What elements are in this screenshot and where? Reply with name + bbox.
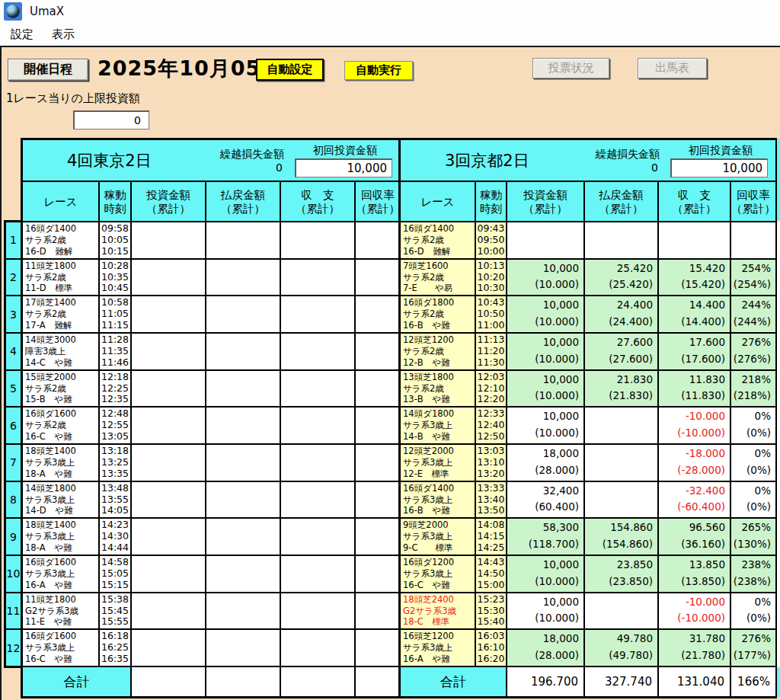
edge-sliver-total <box>777 668 780 697</box>
col-header-investment: 投資金額（累計） <box>132 182 205 221</box>
rate-cell <box>356 222 400 258</box>
total-label-cell: 合計 <box>401 667 506 696</box>
rate-cell <box>356 519 400 555</box>
investment-cell-line: (10.000) <box>507 425 579 442</box>
race-date: 2025年10月05日 <box>98 55 282 82</box>
investment-cell-line: 10,000 <box>507 408 579 425</box>
investment-cell: 10,000(10.000) <box>507 260 583 296</box>
initial-label: 初回投資金額 <box>670 144 771 158</box>
investment-cell-line: (10.000) <box>507 574 579 590</box>
time-cell: 12:03 12:10 12:20 <box>476 371 506 407</box>
initial-block: 初回投資金額 <box>670 144 771 177</box>
initial-block: 初回投資金額 <box>295 144 395 177</box>
balance-cell: 11.830(11.830) <box>659 371 730 407</box>
payout-cell-line: (21.830) <box>585 388 653 404</box>
col-label: 収 支 <box>301 188 334 202</box>
total-label-cell: 合計 <box>23 667 130 696</box>
rate-cell-line: (254%) <box>731 276 771 293</box>
rate-cell: 276%(276%) <box>731 334 775 369</box>
payout-cell: 21.830(21.830) <box>585 371 657 407</box>
rate-cell: 0%(0%) <box>731 593 775 629</box>
rate-cell-line: (177%) <box>731 647 771 664</box>
col-label: 稼動 <box>104 188 126 202</box>
total-balance <box>281 667 354 696</box>
rate-cell <box>356 556 400 592</box>
investment-cell-line: (118.700) <box>507 536 579 553</box>
umax-window: UmaX 設定 表示 開催日程 2025年10月05日 自動設定 自動実行 投票… <box>0 0 780 700</box>
menu-settings[interactable]: 設定 <box>3 25 41 44</box>
payout-cell-line: 154.860 <box>585 519 653 536</box>
rate-cell: 0%(0%) <box>731 482 775 518</box>
col-label: 時刻 <box>104 202 126 216</box>
balance-cell <box>281 482 354 518</box>
total-investment <box>132 667 205 696</box>
initial-input[interactable] <box>295 158 392 177</box>
payout-cell-line: 27.600 <box>585 334 653 351</box>
col-label: 時刻 <box>480 202 502 216</box>
payout-cell-line: (24.400) <box>585 314 653 331</box>
investment-cell-line: 10,000 <box>507 557 579 574</box>
payout-cell-line: 21.830 <box>585 372 653 388</box>
balance-cell: -10.000(-10.000) <box>659 408 730 443</box>
investment-cell <box>132 630 205 666</box>
balance-cell-line: -18.000 <box>659 446 725 462</box>
race-cell: 7頭芝1600 サラ系2歳 7-E や易 <box>401 260 475 296</box>
race-cell: 11頭芝1800 サラ系2歳 11-D 標準 <box>23 260 98 296</box>
total-payout: 327.740 <box>585 667 657 696</box>
auto-set-button[interactable]: 自動設定 <box>256 59 324 81</box>
payout-cell-line: (23.850) <box>585 574 653 590</box>
payout-cell-line: 23.850 <box>585 557 653 574</box>
time-cell: 14:58 15:05 15:15 <box>100 556 130 592</box>
row-number: 10 <box>6 556 21 592</box>
payout-cell <box>206 334 280 369</box>
col-header-payout: 払戻金額（累計） <box>585 182 657 221</box>
vote-status-button[interactable]: 投票状況 <box>532 58 609 78</box>
col-label: レース <box>420 195 454 209</box>
race-cell: 18頭芝2400 G2サラ系3歳 18-C 標準 <box>401 593 475 629</box>
investment-cell-line: (10.000) <box>507 314 579 331</box>
investment-cell <box>132 519 205 555</box>
col-label: 回収率 <box>361 188 395 202</box>
col-label: 払戻金額 <box>599 188 644 202</box>
investment-cell: 10,000(10.000) <box>507 334 583 369</box>
time-cell: 10:28 10:35 10:45 <box>100 260 130 296</box>
balance-cell <box>281 445 354 481</box>
balance-cell-line: (14.400) <box>659 314 725 331</box>
balance-cell <box>281 593 354 629</box>
initial-input[interactable] <box>670 158 768 177</box>
col-header-rate: 回収率（累計） <box>731 182 775 221</box>
rate-cell <box>356 482 400 518</box>
edge-sliver-header <box>777 139 780 220</box>
limit-input[interactable] <box>73 110 149 129</box>
col-header-payout: 払戻金額（累計） <box>206 182 280 221</box>
entry-table-button[interactable]: 出馬表 <box>638 58 707 78</box>
payout-cell <box>206 296 280 332</box>
row-number: 8 <box>6 482 21 518</box>
col-label: （累計） <box>599 202 644 216</box>
payout-cell <box>585 593 657 629</box>
investment-cell: 10,000(10.000) <box>507 296 583 332</box>
balance-cell-line: (11.830) <box>659 388 725 404</box>
kyoto-header-band: 3回京都2日 繰越損失金額 0 初回投資金額 <box>401 140 775 181</box>
race-cell: 14頭芝1800 サラ系3歳上 14-D や難 <box>23 482 98 518</box>
rate-cell: 265%(130%) <box>731 519 775 555</box>
investment-cell <box>132 593 205 629</box>
col-label: 回収率 <box>737 188 770 202</box>
rate-cell-line: (0%) <box>731 425 771 442</box>
balance-cell-line: (-10.000) <box>659 425 725 442</box>
col-label: （累計） <box>296 202 340 216</box>
col-header-balance: 収 支（累計） <box>281 182 354 221</box>
investment-cell <box>132 371 205 407</box>
time-cell: 13:03 13:10 13:20 <box>476 445 506 481</box>
race-cell: 16頭ダ1400 サラ系2歳 16-D 難解 <box>23 222 98 258</box>
menu-view[interactable]: 表示 <box>44 25 82 44</box>
payout-cell-line: (27.600) <box>585 351 653 368</box>
balance-cell-line: (36.160) <box>659 536 725 553</box>
balance-cell: 14.400(14.400) <box>659 296 730 332</box>
col-header-rate: 回収率（累計） <box>356 182 400 221</box>
auto-run-button[interactable]: 自動実行 <box>344 61 413 80</box>
schedule-button[interactable]: 開催日程 <box>8 59 88 81</box>
time-cell: 13:33 13:40 13:50 <box>476 482 506 518</box>
rate-cell <box>356 296 400 332</box>
payout-cell-line: 24.400 <box>585 297 653 314</box>
